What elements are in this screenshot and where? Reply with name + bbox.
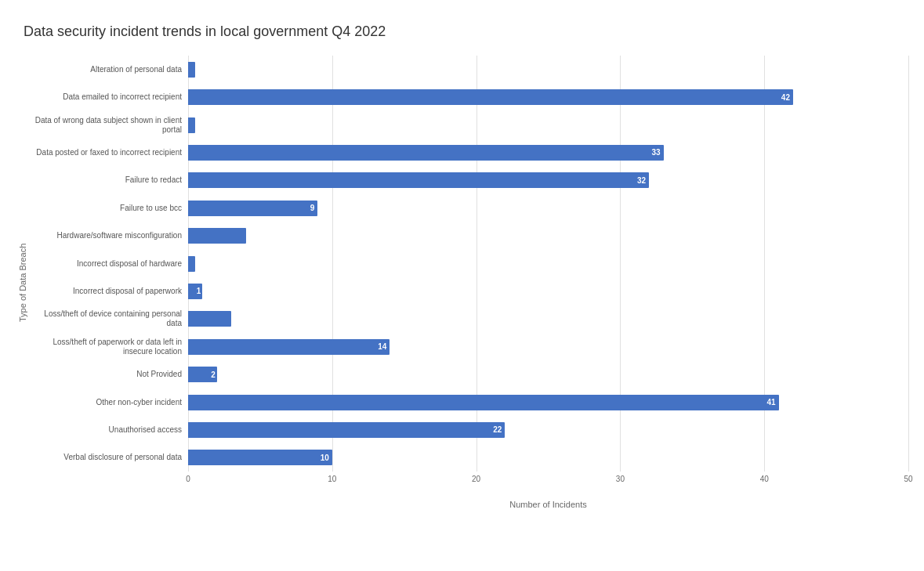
bar-value-label: 22: [493, 425, 502, 434]
bar-row: 32: [188, 167, 908, 194]
bar-value-label: 41: [766, 398, 775, 407]
category-label: Other non-cyber incident: [31, 388, 188, 416]
x-tick: 10: [328, 475, 336, 483]
bar-row: 1: [188, 277, 908, 305]
bar-row: 33: [188, 139, 908, 166]
bar-row: [188, 111, 908, 139]
x-tick: 30: [616, 475, 625, 483]
chart-container: Data security incident trends in local g…: [0, 0, 924, 571]
bar-row: 14: [188, 333, 908, 360]
bar: 42: [188, 89, 793, 105]
grid-line: [908, 56, 909, 472]
category-label: Alteration of personal data: [31, 56, 188, 83]
bar-value-label: 10: [321, 454, 329, 462]
bar-row: 9: [188, 194, 908, 222]
bar-value-label: 4: [257, 232, 262, 240]
bar-row: 3: [188, 305, 908, 333]
bar: 4: [188, 228, 246, 244]
y-axis-label: Type of Data Breach: [16, 56, 30, 509]
bar-row: 10: [188, 444, 908, 472]
bar-value-label: 3: [243, 315, 248, 323]
bar-row: [188, 56, 908, 83]
bar-row: 2: [188, 360, 908, 388]
bar: 14: [188, 339, 390, 355]
category-label: Data of wrong data subject shown in clie…: [31, 111, 188, 139]
category-label: Incorrect disposal of paperwork: [31, 277, 188, 305]
category-label: Not Provided: [31, 360, 188, 388]
bar-value-label: 9: [310, 204, 315, 212]
bar: 22: [188, 422, 505, 438]
chart-area: Type of Data Breach Alteration of person…: [16, 56, 908, 509]
bar: [188, 256, 195, 272]
x-tick: 40: [760, 475, 769, 483]
bar-value-label: 2: [211, 370, 216, 379]
bar-row: 41: [188, 388, 908, 416]
chart-title: Data security incident trends in local g…: [16, 23, 908, 40]
bar-row: 42: [188, 83, 908, 110]
bar-value-label: 42: [781, 93, 790, 102]
category-label: Failure to redact: [31, 167, 188, 194]
category-label: Data emailed to incorrect recipient: [31, 83, 188, 110]
category-label: Loss/theft of device containing personal…: [31, 305, 188, 333]
category-label: Verbal disclosure of personal data: [31, 444, 188, 472]
category-label: Loss/theft of paperwork or data left in …: [31, 333, 188, 360]
bars-section: 4233329413142412210: [188, 56, 908, 472]
bar: [188, 117, 195, 133]
x-axis: 01020304050: [188, 475, 908, 498]
category-label: Hardware/software misconfiguration: [31, 222, 188, 249]
category-label: Unauthorised access: [31, 416, 188, 443]
bar: 41: [188, 395, 779, 410]
bars-and-labels: Alteration of personal dataData emailed …: [31, 56, 908, 472]
bar: 2: [188, 367, 217, 382]
bar-row: 22: [188, 416, 908, 443]
bar: 32: [188, 172, 649, 188]
category-label: Failure to use bcc: [31, 194, 188, 222]
bar: [188, 62, 195, 78]
bar: 33: [188, 145, 664, 161]
chart-inner: Alteration of personal dataData emailed …: [31, 56, 908, 509]
bar: 3: [188, 311, 231, 327]
bar-value-label: 1: [197, 287, 201, 295]
x-tick: 20: [472, 475, 480, 483]
category-label: Data posted or faxed to incorrect recipi…: [31, 139, 188, 166]
bar-value-label: 32: [637, 176, 646, 185]
x-axis-label: Number of Incidents: [188, 500, 908, 509]
x-tick: 50: [904, 475, 912, 483]
bar: 1: [188, 284, 202, 299]
bar-row: 4: [188, 222, 908, 249]
bar-row: [188, 250, 908, 277]
bar: 9: [188, 201, 317, 216]
bar-value-label: 14: [378, 342, 386, 351]
bar: 10: [188, 450, 332, 465]
x-tick: 0: [186, 475, 190, 483]
category-labels: Alteration of personal dataData emailed …: [31, 56, 188, 472]
bar-value-label: 33: [651, 148, 660, 157]
category-label: Incorrect disposal of hardware: [31, 250, 188, 277]
